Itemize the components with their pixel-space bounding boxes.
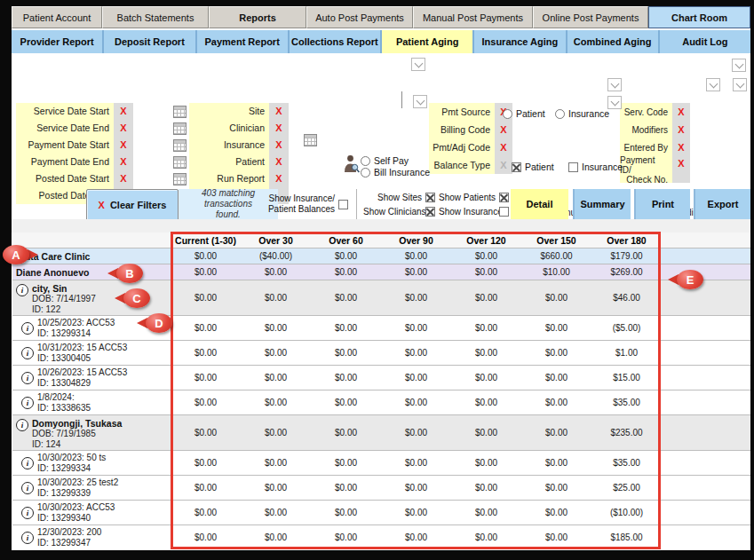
table-row[interactable]: Diane Anonuevo$0.00$0.00$0.00$0.00$0.00$… [12,264,750,280]
value-cell: $0.00 [521,525,591,549]
value-cell: $0.00 [171,415,241,450]
tab-reports[interactable]: Reports [209,6,306,28]
table-row[interactable]: i1/8/2024:ID: 13338635$0.00$0.00$0.00$0.… [12,390,750,414]
clear-filter-x-icon[interactable]: X [120,106,126,116]
clear-filter-x-icon[interactable]: X [678,125,684,135]
clear-filter-x-icon[interactable]: X [275,106,282,116]
tab-insurance-aging[interactable]: Insurance Aging [472,30,565,53]
value-cell: $660.00 [521,248,591,264]
row-spacer [662,280,750,315]
row-spacer [662,415,750,450]
tab-patient-account[interactable]: Patient Account [12,6,102,28]
clear-filter-x-icon[interactable]: X [275,140,282,150]
table-row[interactable]: Akita Care Clinic$0.00($40.00)$0.00$0.00… [12,248,750,264]
radio-insurance[interactable] [555,109,565,119]
tab-audit-log[interactable]: Audit Log [658,30,750,53]
tab-provider-report[interactable]: Provider Report [12,30,102,53]
filter-row-pmt-source: Pmt SourceX [429,103,512,121]
info-icon[interactable]: i [21,457,34,469]
table-row[interactable]: i10/25/2023: ACC53ID: 13299314$0.00$0.00… [12,315,750,340]
print-button[interactable]: Print [634,189,690,219]
row-label: i10/31/2023: 15 ACC53ID: 13300405 [12,341,171,365]
clear-filter-x-icon[interactable]: X [678,107,684,117]
dropdown-button[interactable] [733,78,747,91]
checkbox-patient[interactable] [512,162,521,172]
detail-button[interactable]: Detail [511,189,568,219]
value-cell: $269.00 [591,264,662,280]
radio-self-pay[interactable] [361,156,370,166]
option-label: Self Pay [374,155,409,166]
toolbar-divider [356,189,357,219]
calendar-icon[interactable] [173,139,187,152]
info-icon[interactable]: i [21,507,34,519]
clear-filter-x-icon[interactable]: X [120,157,126,167]
clear-filter-x-icon[interactable]: X [120,174,126,184]
tab-auto-post-payments[interactable]: Auto Post Payments [306,6,413,28]
clear-filter-x-icon[interactable]: X [275,123,282,133]
tab-online-post-payments[interactable]: Online Post Payments [533,6,648,28]
row-spacer [662,451,750,475]
clear-filter-x-icon[interactable]: X [678,143,684,153]
info-icon[interactable]: i [16,284,28,296]
table-row[interactable]: i10/26/2023: 15 ACC53ID: 13304829$0.00$0… [12,365,750,390]
calendar-icon[interactable] [173,122,187,135]
checkbox-insurance[interactable] [568,162,578,172]
clear-filter-x-icon[interactable]: X [500,143,506,153]
value-cell: $0.00 [311,280,381,315]
export-button[interactable]: Export [694,189,750,219]
table-row[interactable]: i10/30/2023: ACC53ID: 13299340$0.00$0.00… [12,500,750,525]
dropdown-button[interactable] [607,78,622,91]
dropdown-button[interactable] [413,95,427,108]
table-row[interactable]: i10/30/2023: 50 tsID: 13299334$0.00$0.00… [12,450,750,475]
dropdown-button[interactable] [706,78,720,91]
tab-manual-post-payments[interactable]: Manual Post Payments [413,6,533,28]
tab-payment-report[interactable]: Payment Report [195,30,288,53]
clear-filter-x-icon[interactable]: X [275,174,282,184]
radio-patient[interactable] [503,109,512,119]
checkbox-show-patients[interactable] [499,193,509,202]
clear-filters-button[interactable]: X Clear Filters [86,189,179,221]
table-row[interactable]: i10/30/2023: 25 test2ID: 13299339$0.00$0… [12,475,750,500]
dropdown-button[interactable] [732,59,746,72]
table-row[interactable]: iDomyongji, TsukasaDOB: 7/19/1985ID: 124… [12,414,750,450]
value-cell: $0.00 [451,316,521,340]
info-icon[interactable]: i [21,482,34,494]
calendar-icon[interactable] [173,156,187,169]
filter-row-posted-date-start: Posted Date StartX [16,170,133,187]
radio-bill-insurance[interactable] [361,168,370,177]
dropdown-button[interactable] [607,96,622,109]
clear-filter-x-icon[interactable]: X [500,125,506,135]
checkbox-show-insurance[interactable] [499,207,509,217]
clear-filter-x-icon[interactable]: X [678,159,684,169]
row-subtext: ID: 124 [32,439,122,450]
info-icon[interactable]: i [21,322,34,335]
calendar-icon[interactable] [304,134,317,146]
calendar-icon[interactable] [173,106,187,118]
summary-button[interactable]: Summary [573,189,631,219]
table-row[interactable]: icity, SinDOB: 7/14/1997ID: 122$0.00$0.0… [12,280,750,315]
filter-row-billing-code: Billing CodeX [429,121,512,138]
clear-filter-x-icon[interactable]: X [120,140,126,150]
calendar-icon[interactable] [173,173,187,185]
tab-deposit-report[interactable]: Deposit Report [102,30,194,53]
info-icon[interactable]: i [16,419,28,431]
checkbox-show-sites[interactable] [425,193,435,202]
clear-filter-x-icon[interactable]: X [275,157,282,167]
info-icon[interactable]: i [21,532,34,544]
checkbox-show-clinicians[interactable] [425,207,435,217]
info-icon[interactable]: i [21,397,34,409]
tab-combined-aging[interactable]: Combined Aging [566,30,658,53]
tab-batch-statements[interactable]: Batch Statements [102,6,209,28]
info-icon[interactable]: i [21,372,34,384]
dropdown-button[interactable] [411,58,425,71]
table-row[interactable]: i12/30/2023: 200ID: 13299347$0.00$0.00$0… [12,525,750,549]
table-row[interactable]: i10/31/2023: 15 ACC53ID: 13300405$0.00$0… [12,340,750,365]
tab-chart-room[interactable]: Chart Room [648,6,750,28]
value-cell: ($40.00) [241,248,311,264]
value-cell: $0.00 [241,341,311,365]
info-icon[interactable]: i [21,347,34,359]
show-insurance-patient-balances-checkbox[interactable] [338,200,348,209]
tab-patient-aging[interactable]: Patient Aging [380,30,472,53]
tab-collections-report[interactable]: Collections Report [288,30,380,53]
clear-filter-x-icon[interactable]: X [120,123,126,133]
